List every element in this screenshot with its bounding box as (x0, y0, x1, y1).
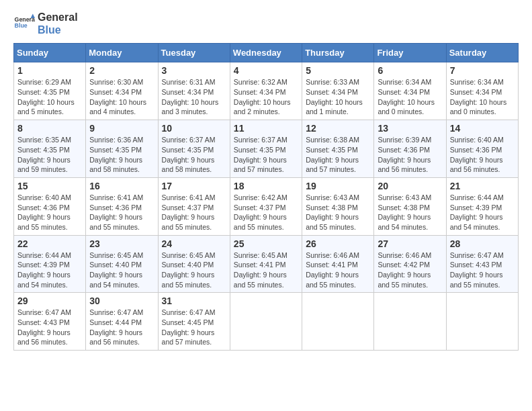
calendar-cell: 24 Sunrise: 6:45 AM Sunset: 4:40 PM Dayl… (158, 235, 230, 293)
weekday-header-saturday: Saturday (446, 44, 518, 62)
day-info: Sunrise: 6:37 AM Sunset: 4:35 PM Dayligh… (162, 135, 226, 175)
sunrise-label: Sunrise: 6:43 AM (378, 193, 431, 201)
calendar-cell: 28 Sunrise: 6:47 AM Sunset: 4:43 PM Dayl… (446, 235, 518, 293)
daylight-label: Daylight: 9 hours and 55 minutes. (306, 213, 359, 231)
day-number: 17 (162, 181, 226, 191)
logo-area: General Blue General Blue (13, 11, 78, 36)
calendar-table: SundayMondayTuesdayWednesdayThursdayFrid… (13, 43, 519, 351)
daylight-label: Daylight: 9 hours and 55 minutes. (162, 271, 215, 289)
sunrise-label: Sunrise: 6:44 AM (17, 251, 71, 259)
day-info: Sunrise: 6:45 AM Sunset: 4:41 PM Dayligh… (234, 250, 298, 290)
sunrise-label: Sunrise: 6:38 AM (306, 136, 359, 144)
day-info: Sunrise: 6:41 AM Sunset: 4:36 PM Dayligh… (89, 193, 154, 232)
day-info: Sunrise: 6:45 AM Sunset: 4:40 PM Dayligh… (89, 250, 154, 290)
page-container: General Blue General Blue SundayMondayTu… (13, 11, 519, 351)
sunrise-label: Sunrise: 6:47 AM (89, 308, 143, 316)
sunrise-label: Sunrise: 6:34 AM (378, 78, 431, 86)
sunset-label: Sunset: 4:39 PM (17, 261, 70, 269)
calendar-cell: 8 Sunrise: 6:35 AM Sunset: 4:35 PM Dayli… (14, 120, 86, 178)
daylight-label: Daylight: 10 hours and 0 minutes. (378, 98, 435, 116)
day-number: 13 (378, 123, 442, 134)
sunrise-label: Sunrise: 6:40 AM (450, 136, 504, 144)
day-number: 28 (450, 238, 515, 249)
day-info: Sunrise: 6:47 AM Sunset: 4:43 PM Dayligh… (17, 308, 82, 347)
day-number: 4 (234, 65, 298, 76)
calendar-cell: 15 Sunrise: 6:40 AM Sunset: 4:36 PM Dayl… (14, 177, 86, 235)
day-number: 25 (234, 238, 298, 249)
daylight-label: Daylight: 9 hours and 54 minutes. (378, 213, 431, 231)
sunset-label: Sunset: 4:41 PM (306, 261, 358, 269)
day-number: 2 (89, 65, 154, 76)
sunset-label: Sunset: 4:35 PM (17, 146, 70, 154)
day-info: Sunrise: 6:46 AM Sunset: 4:41 PM Dayligh… (306, 250, 370, 290)
sunset-label: Sunset: 4:38 PM (306, 203, 358, 212)
day-info: Sunrise: 6:39 AM Sunset: 4:36 PM Dayligh… (378, 135, 442, 175)
sunset-label: Sunset: 4:34 PM (234, 88, 286, 96)
sunset-label: Sunset: 4:37 PM (234, 203, 286, 212)
daylight-label: Daylight: 10 hours and 3 minutes. (162, 98, 219, 116)
logo-icon: General Blue (13, 13, 35, 34)
day-number: 18 (234, 181, 298, 191)
day-info: Sunrise: 6:47 AM Sunset: 4:43 PM Dayligh… (450, 250, 515, 290)
sunset-label: Sunset: 4:41 PM (234, 261, 286, 269)
calendar-cell: 20 Sunrise: 6:43 AM Sunset: 4:38 PM Dayl… (374, 177, 446, 235)
daylight-label: Daylight: 9 hours and 55 minutes. (234, 271, 287, 289)
calendar-cell: 7 Sunrise: 6:34 AM Sunset: 4:34 PM Dayli… (446, 62, 518, 120)
day-number: 10 (162, 123, 226, 134)
sunset-label: Sunset: 4:34 PM (89, 88, 142, 96)
daylight-label: Daylight: 9 hours and 57 minutes. (234, 156, 287, 174)
daylight-label: Daylight: 9 hours and 54 minutes. (450, 213, 503, 231)
day-number: 23 (89, 238, 154, 249)
calendar-cell: 16 Sunrise: 6:41 AM Sunset: 4:36 PM Dayl… (86, 177, 158, 235)
day-number: 31 (162, 295, 226, 306)
day-number: 11 (234, 123, 298, 134)
daylight-label: Daylight: 9 hours and 55 minutes. (89, 213, 142, 231)
day-info: Sunrise: 6:41 AM Sunset: 4:37 PM Dayligh… (162, 193, 226, 232)
sunrise-label: Sunrise: 6:32 AM (234, 78, 287, 86)
sunset-label: Sunset: 4:36 PM (89, 203, 142, 212)
calendar-cell: 19 Sunrise: 6:43 AM Sunset: 4:38 PM Dayl… (302, 177, 374, 235)
calendar-cell: 17 Sunrise: 6:41 AM Sunset: 4:37 PM Dayl… (158, 177, 230, 235)
sunset-label: Sunset: 4:34 PM (378, 88, 430, 96)
calendar-cell: 4 Sunrise: 6:32 AM Sunset: 4:34 PM Dayli… (230, 62, 302, 120)
day-number: 19 (306, 181, 370, 191)
sunset-label: Sunset: 4:43 PM (450, 261, 502, 269)
day-number: 14 (450, 123, 515, 134)
daylight-label: Daylight: 9 hours and 55 minutes. (17, 213, 71, 231)
calendar-cell: 6 Sunrise: 6:34 AM Sunset: 4:34 PM Dayli… (374, 62, 446, 120)
calendar-cell: 9 Sunrise: 6:36 AM Sunset: 4:35 PM Dayli… (86, 120, 158, 178)
sunset-label: Sunset: 4:38 PM (378, 203, 430, 212)
sunset-label: Sunset: 4:35 PM (162, 146, 214, 154)
sunrise-label: Sunrise: 6:47 AM (17, 308, 71, 316)
weekday-header-monday: Monday (86, 44, 158, 62)
weekday-header-thursday: Thursday (302, 44, 374, 62)
sunset-label: Sunset: 4:40 PM (89, 261, 142, 269)
daylight-label: Daylight: 10 hours and 4 minutes. (89, 98, 146, 116)
calendar-cell: 14 Sunrise: 6:40 AM Sunset: 4:36 PM Dayl… (446, 120, 518, 178)
day-info: Sunrise: 6:45 AM Sunset: 4:40 PM Dayligh… (162, 250, 226, 290)
svg-text:Blue: Blue (15, 23, 28, 30)
sunrise-label: Sunrise: 6:47 AM (162, 308, 216, 316)
calendar-cell: 18 Sunrise: 6:42 AM Sunset: 4:37 PM Dayl… (230, 177, 302, 235)
sunrise-label: Sunrise: 6:35 AM (17, 136, 71, 144)
daylight-label: Daylight: 9 hours and 56 minutes. (17, 328, 71, 347)
calendar-cell: 2 Sunrise: 6:30 AM Sunset: 4:34 PM Dayli… (86, 62, 158, 120)
calendar-cell: 29 Sunrise: 6:47 AM Sunset: 4:43 PM Dayl… (14, 293, 86, 351)
daylight-label: Daylight: 9 hours and 57 minutes. (162, 328, 215, 347)
sunset-label: Sunset: 4:34 PM (450, 88, 502, 96)
sunrise-label: Sunrise: 6:45 AM (89, 251, 143, 259)
day-number: 12 (306, 123, 370, 134)
calendar-cell: 1 Sunrise: 6:29 AM Sunset: 4:35 PM Dayli… (14, 62, 86, 120)
day-info: Sunrise: 6:33 AM Sunset: 4:34 PM Dayligh… (306, 77, 370, 117)
header: General Blue General Blue (13, 11, 519, 36)
daylight-label: Daylight: 9 hours and 56 minutes. (89, 328, 142, 347)
day-info: Sunrise: 6:40 AM Sunset: 4:36 PM Dayligh… (17, 193, 82, 232)
day-number: 3 (162, 65, 226, 76)
sunset-label: Sunset: 4:39 PM (450, 203, 502, 212)
calendar-cell: 5 Sunrise: 6:33 AM Sunset: 4:34 PM Dayli… (302, 62, 374, 120)
daylight-label: Daylight: 9 hours and 55 minutes. (378, 271, 431, 289)
day-number: 1 (17, 65, 82, 76)
day-info: Sunrise: 6:35 AM Sunset: 4:35 PM Dayligh… (17, 135, 82, 175)
sunset-label: Sunset: 4:36 PM (17, 203, 70, 212)
calendar-cell: 3 Sunrise: 6:31 AM Sunset: 4:34 PM Dayli… (158, 62, 230, 120)
